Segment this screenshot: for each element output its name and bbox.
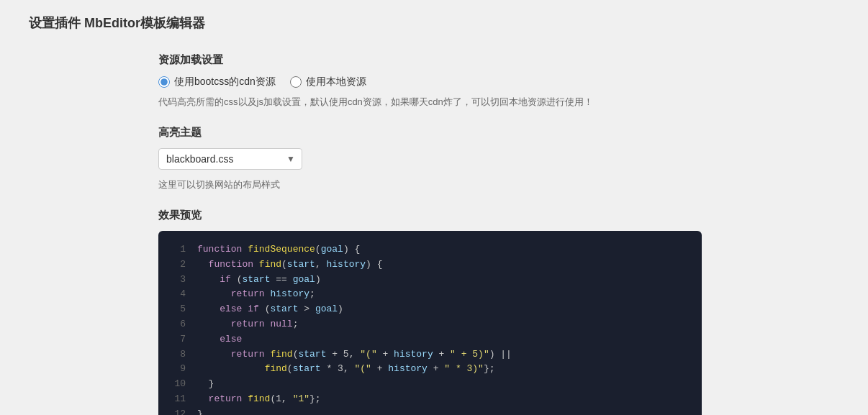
code-preview: 1function findSequence(goal) {2 function…: [158, 231, 702, 415]
line-number: 7: [173, 332, 186, 347]
theme-hint: 这里可以切换网站的布局样式: [158, 178, 839, 191]
resource-section: 资源加载设置 使用bootcss的cdn资源 使用本地资源 代码高亮所需的css…: [158, 53, 839, 109]
radio-local[interactable]: 使用本地资源: [290, 76, 366, 88]
code-tokens: return null;: [197, 317, 687, 332]
line-number: 3: [173, 273, 186, 288]
radio-local-label: 使用本地资源: [306, 76, 366, 88]
resource-hint: 代码高亮所需的css以及js加载设置，默认使用cdn资源，如果哪天cdn炸了，可…: [158, 96, 839, 109]
radio-cdn-input[interactable]: [158, 76, 170, 88]
radio-local-input[interactable]: [290, 76, 302, 88]
line-number: 2: [173, 257, 186, 273]
preview-section-title: 效果预览: [158, 209, 839, 222]
preview-section: 效果预览 1function findSequence(goal) {2 fun…: [158, 209, 839, 415]
code-line: 7 else: [173, 332, 687, 347]
code-line: 11 return find(1, "1"};: [173, 392, 687, 407]
code-line: 8 return find(start + 5, "(" + history +…: [173, 347, 687, 362]
code-tokens: return find(start + 5, "(" + history + "…: [197, 347, 687, 362]
code-tokens: else if (start > goal): [197, 302, 687, 317]
line-number: 9: [173, 362, 186, 377]
line-number: 6: [173, 317, 186, 332]
resource-section-title: 资源加载设置: [158, 53, 839, 67]
code-tokens: if (start == goal): [197, 273, 687, 288]
radio-group: 使用bootcss的cdn资源 使用本地资源: [158, 76, 839, 88]
line-number: 4: [173, 287, 186, 302]
theme-section: 高亮主题 blackboard.cssdefault.cssdark.cssmo…: [158, 126, 839, 191]
code-line: 3 if (start == goal): [173, 273, 687, 288]
code-line: 12}: [173, 407, 687, 415]
code-tokens: find(start * 3, "(" + history + " * 3)"}…: [197, 362, 687, 377]
line-number: 10: [173, 377, 186, 392]
theme-select[interactable]: blackboard.cssdefault.cssdark.cssmonokai…: [158, 148, 302, 170]
theme-select-wrapper: blackboard.cssdefault.cssdark.cssmonokai…: [158, 148, 302, 170]
code-line: 4 return history;: [173, 287, 687, 302]
page-container: 设置插件 MbEditor模板编辑器 资源加载设置 使用bootcss的cdn资…: [0, 0, 868, 415]
code-tokens: return history;: [197, 287, 687, 302]
code-tokens: function find(start, history) {: [197, 257, 687, 273]
code-tokens: else: [197, 332, 687, 347]
code-line: 10 }: [173, 377, 687, 392]
radio-cdn[interactable]: 使用bootcss的cdn资源: [158, 76, 276, 88]
code-tokens: }: [197, 407, 687, 415]
line-number: 5: [173, 302, 186, 317]
line-number: 8: [173, 347, 186, 362]
code-tokens: function findSequence(goal) {: [197, 242, 687, 257]
code-line: 5 else if (start > goal): [173, 302, 687, 317]
code-line: 1function findSequence(goal) {: [173, 242, 687, 257]
code-tokens: }: [197, 377, 687, 392]
line-number: 11: [173, 392, 186, 407]
code-line: 9 find(start * 3, "(" + history + " * 3)…: [173, 362, 687, 377]
radio-cdn-label: 使用bootcss的cdn资源: [174, 76, 276, 88]
code-line: 6 return null;: [173, 317, 687, 332]
line-number: 12: [173, 407, 186, 415]
code-tokens: return find(1, "1"};: [197, 392, 687, 407]
page-title: 设置插件 MbEditor模板编辑器: [29, 14, 839, 32]
line-number: 1: [173, 242, 186, 257]
theme-section-title: 高亮主题: [158, 126, 839, 140]
code-line: 2 function find(start, history) {: [173, 257, 687, 273]
